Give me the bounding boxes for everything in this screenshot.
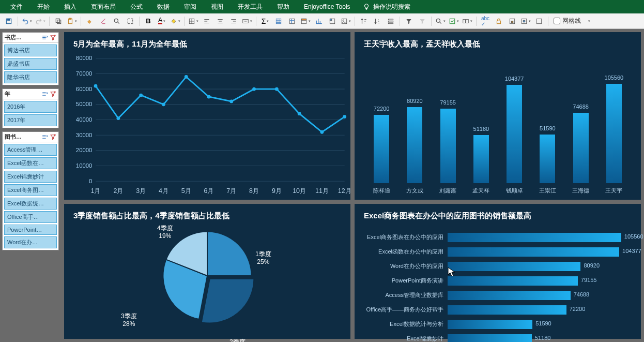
slicer-item[interactable]: Excel商务图… (4, 184, 57, 196)
panel-monthly-line[interactable]: 5月为全年最高，11月为全年最低 01000020000300004000050… (64, 32, 350, 200)
pivot-icon[interactable] (327, 16, 338, 27)
svg-text:8月: 8月 (249, 187, 259, 195)
menu-formulas[interactable]: 公式 (123, 3, 150, 11)
bold-icon[interactable]: B (143, 16, 154, 27)
autosum-icon[interactable]: Σ (259, 16, 271, 27)
panel-title: 3季度销售额占比最高，4季度销售额占比最低 (64, 204, 350, 223)
svg-point-21 (436, 19, 440, 22)
svg-text:60000: 60000 (76, 86, 92, 92)
svg-text:12月: 12月 (338, 187, 350, 195)
tell-me-search[interactable]: 操作说明搜索 (363, 3, 410, 11)
menu-bar: 文件 开始 插入 页面布局 公式 数据 审阅 视图 开发工具 帮助 Enjoyo… (0, 0, 644, 13)
multiselect-icon[interactable] (41, 133, 48, 140)
clear-filter-icon[interactable] (50, 34, 56, 41)
menu-insert[interactable]: 插入 (57, 3, 84, 11)
pie-slice-label: 3季度28% (121, 313, 137, 329)
slicer-item[interactable]: Excel数据统… (4, 198, 57, 210)
font-color-icon[interactable]: A (156, 16, 167, 27)
slicer-item[interactable]: Excel锦囊妙计 (4, 171, 57, 183)
hbar-label: Office高手——商务办公好帮手 (360, 306, 448, 314)
sort-desc-icon[interactable] (372, 16, 383, 27)
vbar-category: 王崇江 (534, 187, 560, 195)
svg-text:30000: 30000 (76, 132, 92, 138)
hbar-row: Excel锦囊妙计51180 (360, 332, 628, 342)
gridlines-checkbox[interactable] (554, 18, 560, 24)
menu-file[interactable]: 文件 (3, 3, 30, 11)
validation-icon[interactable] (448, 16, 459, 27)
group-icon[interactable] (462, 16, 473, 27)
hbar-chart: Excel商务图表在办公中的应用105560Excel函数在办公中的应用1043… (360, 231, 628, 334)
clear-filter-icon[interactable] (50, 91, 56, 97)
vba-icon[interactable] (533, 16, 545, 27)
menu-pagelayout[interactable]: 页面布局 (84, 3, 123, 11)
menu-home[interactable]: 开始 (30, 3, 57, 11)
clear-filter-icon[interactable] (417, 16, 428, 27)
spellcheck-icon[interactable]: abc✓ (480, 16, 491, 27)
slicer-item[interactable]: 隆华书店 (4, 71, 57, 83)
slicer-item[interactable]: 2016年 (4, 101, 57, 113)
menu-data[interactable]: 数据 (150, 3, 177, 11)
align-center-icon[interactable] (214, 16, 226, 27)
svg-text:40000: 40000 (76, 116, 92, 123)
find-icon[interactable] (435, 16, 446, 27)
align-right-icon[interactable] (228, 16, 239, 27)
undo-icon[interactable] (21, 16, 33, 27)
sort-custom-icon[interactable] (385, 16, 396, 27)
borders-icon[interactable] (188, 16, 199, 27)
select-all-icon[interactable] (125, 16, 136, 27)
merge-cells-icon[interactable] (241, 16, 253, 27)
slicer-item[interactable]: 鼎盛书店 (4, 58, 57, 70)
paste-icon[interactable] (66, 16, 78, 27)
save-icon[interactable] (3, 16, 14, 27)
vbar (606, 84, 622, 183)
hbar-fill (448, 262, 580, 271)
slicer-item[interactable]: Word在办… (4, 236, 57, 248)
clear-filter-icon[interactable] (50, 133, 56, 140)
menu-developer[interactable]: 开发工具 (231, 3, 270, 11)
sort-asc-icon[interactable] (358, 16, 370, 27)
menu-help[interactable]: 帮助 (270, 3, 297, 11)
slicer-item[interactable]: 博达书店 (4, 44, 57, 56)
protect-workbook-icon[interactable] (507, 16, 518, 27)
panel-book-hbars[interactable]: Excel商务图表在办公中的应用图书的销售额最高 Excel商务图表在办公中的应… (355, 204, 641, 339)
macros-icon[interactable] (520, 16, 531, 27)
copy-icon[interactable] (53, 16, 64, 27)
chart-icon[interactable] (313, 16, 325, 27)
gridlines-toggle[interactable]: 网格线 (554, 17, 581, 25)
panel-person-bars[interactable]: 王天宇收入最高，孟天祥收入最低 722008092079155511801043… (355, 32, 641, 200)
hbar-value: 74688 (574, 291, 590, 298)
image-icon[interactable] (340, 16, 351, 27)
slicer-item[interactable]: Access管理… (4, 144, 57, 156)
insert-table-icon[interactable] (273, 16, 284, 27)
slicer-item[interactable]: Excel函数在… (4, 157, 57, 169)
clear-icon[interactable] (98, 16, 109, 27)
panel-quarter-pie[interactable]: 3季度销售额占比最高，4季度销售额占比最低 1季度25%2季度28%3季度28%… (64, 204, 350, 339)
align-left-icon[interactable] (201, 16, 212, 27)
menu-view[interactable]: 视图 (204, 3, 231, 11)
menu-review[interactable]: 审阅 (177, 3, 204, 11)
conditional-format-icon[interactable] (300, 16, 311, 27)
slicer-item[interactable]: 2017年 (4, 114, 57, 126)
fill-color-icon[interactable] (170, 16, 181, 27)
menu-enjoyoffice[interactable]: Enjoyoffice Tools (297, 3, 358, 10)
svg-rect-20 (388, 22, 393, 23)
slicer-0: 书店… 博达书店鼎盛书店隆华书店 (2, 32, 59, 85)
hbar-fill (448, 305, 566, 315)
hbar-value: 51180 (535, 335, 551, 341)
protect-sheet-icon[interactable] (493, 16, 504, 27)
vbar-category: 陈祥通 (369, 187, 394, 195)
svg-text:0: 0 (89, 178, 92, 184)
toolbar-more-icon[interactable] (583, 16, 594, 27)
vbar-value: 51180 (473, 126, 489, 132)
svg-point-48 (94, 84, 98, 88)
redo-icon[interactable] (35, 16, 46, 27)
slicer-item[interactable]: Office高手… (4, 211, 57, 223)
format-painter-icon[interactable] (84, 16, 96, 27)
filter-icon[interactable] (403, 16, 415, 27)
freeze-panes-icon[interactable] (286, 16, 298, 27)
vbar (507, 85, 522, 183)
zoom-selection-icon[interactable] (111, 16, 122, 27)
multiselect-icon[interactable] (41, 34, 48, 41)
slicer-item[interactable]: PowerPoint… (4, 225, 57, 235)
multiselect-icon[interactable] (41, 91, 48, 97)
